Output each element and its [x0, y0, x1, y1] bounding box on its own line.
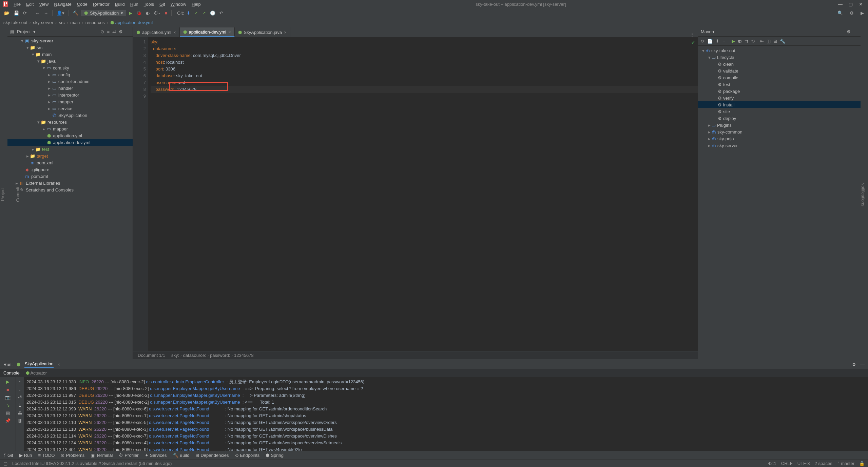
- gear-icon[interactable]: ⚙: [852, 362, 856, 367]
- stop-icon[interactable]: ■: [6, 387, 9, 392]
- tree-row[interactable]: ▸▭mapper: [7, 98, 133, 105]
- chevron-down-icon[interactable]: ▾: [33, 29, 36, 34]
- maven-tree-row[interactable]: ⚙clean: [698, 61, 861, 67]
- maximize-button[interactable]: ▢: [849, 2, 853, 7]
- menu-window[interactable]: Window: [168, 2, 189, 7]
- tree-row[interactable]: ⬢application.yml: [7, 132, 133, 139]
- tree-row[interactable]: ©SkyApplication: [7, 112, 133, 119]
- exit-icon[interactable]: ↘: [6, 403, 10, 408]
- bottom-tool-git[interactable]: ᚶGit: [3, 453, 13, 458]
- search-icon[interactable]: 🔍: [836, 10, 844, 16]
- run-app-name[interactable]: SkyApplication: [24, 361, 53, 368]
- print-icon[interactable]: 🖶: [18, 410, 22, 415]
- tree-row[interactable]: ▸📁test: [7, 146, 133, 153]
- run-icon[interactable]: ▶: [128, 10, 134, 16]
- debug-icon[interactable]: 🐞: [135, 10, 143, 16]
- close-icon[interactable]: ×: [228, 29, 231, 35]
- breadcrumb-item[interactable]: datasource:: [183, 353, 206, 358]
- stop-icon[interactable]: ■: [163, 10, 169, 16]
- settings-icon[interactable]: ⚙: [848, 10, 855, 16]
- menu-edit[interactable]: Edit: [23, 2, 36, 7]
- editor-tab[interactable]: ⬢SkyApplication.java×: [235, 27, 290, 37]
- maven-tree-row[interactable]: ▸▭Plugins: [698, 122, 861, 128]
- up-icon[interactable]: ↑: [19, 379, 21, 384]
- tree-row[interactable]: ⬢application-dev.yml: [7, 139, 133, 146]
- status-message[interactable]: Localized IntelliJ IDEA 2022.1.2 is avai…: [12, 461, 172, 466]
- select-opened-icon[interactable]: ⊙: [100, 29, 104, 34]
- graph-icon[interactable]: ⊞: [773, 39, 777, 44]
- tree-row[interactable]: ▸▭mapper: [7, 125, 133, 132]
- tree-row[interactable]: ▸⊪External Libraries: [7, 180, 133, 186]
- dump-icon[interactable]: 📷: [5, 395, 11, 400]
- close-icon[interactable]: ×: [284, 30, 287, 35]
- git-update-icon[interactable]: ⬇: [185, 10, 192, 16]
- show-icon[interactable]: ◫: [767, 39, 771, 44]
- indent-info[interactable]: 2 spaces: [815, 461, 832, 466]
- commit-tool-button[interactable]: Commit: [15, 187, 20, 202]
- code-editor[interactable]: ✔ sky: datasource: driver-class-name: co…: [148, 37, 698, 351]
- more-icon[interactable]: ⋮: [687, 32, 698, 37]
- menu-help[interactable]: Help: [189, 2, 204, 7]
- project-tree[interactable]: ▾▣sky-server▾📁src▾📁main▾📁java▾▭com.sky▸▭…: [7, 37, 133, 359]
- refresh-icon[interactable]: ⟳: [22, 10, 28, 16]
- download-icon[interactable]: ⬇: [715, 39, 719, 44]
- breadcrumb-item[interactable]: password:: [210, 353, 230, 358]
- m-icon[interactable]: m: [738, 39, 742, 44]
- editor-tab[interactable]: ⬢application-dev.yml×: [180, 27, 235, 37]
- menu-view[interactable]: View: [36, 2, 51, 7]
- close-icon[interactable]: ×: [58, 362, 60, 367]
- tree-row[interactable]: ▸▭interceptor: [7, 92, 133, 98]
- breadcrumb-item[interactable]: src: [59, 20, 64, 25]
- menu-file[interactable]: File: [11, 2, 23, 7]
- hide-icon[interactable]: —: [860, 362, 865, 367]
- bottom-tool-build[interactable]: 🔨Build: [173, 453, 190, 458]
- coverage-icon[interactable]: ◐: [144, 10, 151, 16]
- run-tab[interactable]: ⬢ Actuator: [26, 370, 47, 375]
- menu-navigate[interactable]: Navigate: [51, 2, 74, 7]
- minimize-button[interactable]: —: [838, 2, 843, 7]
- tree-row[interactable]: ▾📁java: [7, 58, 133, 64]
- bottom-tool-profiler[interactable]: ⏱Profiler: [119, 453, 138, 458]
- bottom-tool-spring[interactable]: ⬢Spring: [266, 453, 284, 458]
- tree-row[interactable]: ▸📁target: [7, 153, 133, 159]
- maven-tree-row[interactable]: ⚙compile: [698, 74, 861, 81]
- bottom-tool-dependencies[interactable]: ⊞Dependencies: [195, 453, 229, 458]
- maven-tree-row[interactable]: ⚙verify: [698, 95, 861, 101]
- tree-row[interactable]: ▾▣sky-server: [7, 37, 133, 44]
- maven-tree-row[interactable]: ⚙site: [698, 108, 861, 115]
- down-icon[interactable]: ↓: [19, 387, 21, 392]
- forward-icon[interactable]: →: [42, 10, 50, 16]
- maven-tree-row[interactable]: ▾▭Lifecycle: [698, 54, 861, 61]
- bottom-tool-run[interactable]: ▶Run: [19, 453, 32, 458]
- bottom-tool-problems[interactable]: ⊘Problems: [61, 453, 84, 458]
- tree-row[interactable]: ▸▭controller.admin: [7, 78, 133, 85]
- menu-code[interactable]: Code: [74, 2, 90, 7]
- tree-row[interactable]: mpom.xml: [7, 159, 133, 166]
- git-history-icon[interactable]: 🕐: [209, 10, 217, 16]
- profile-icon[interactable]: ⏱▾: [152, 10, 162, 16]
- editor-tab[interactable]: ⬢application.yml×: [133, 27, 180, 37]
- pin-icon[interactable]: 📌: [5, 418, 11, 423]
- console-output[interactable]: 2024-03-16 23:12:11.930 INFO 26220 --- […: [24, 377, 868, 451]
- gear-icon[interactable]: ⚙: [847, 29, 851, 34]
- bottom-tool-todo[interactable]: ≡TODO: [38, 453, 55, 458]
- hide-icon[interactable]: —: [126, 29, 130, 34]
- breadcrumb-item[interactable]: ⬢ application-dev.yml: [110, 20, 153, 25]
- generate-icon[interactable]: 📄: [707, 39, 713, 44]
- breadcrumb-item[interactable]: resources: [85, 20, 105, 25]
- wrench-icon[interactable]: 🔧: [780, 39, 785, 44]
- notifications-tool-button[interactable]: Notifications: [861, 182, 866, 206]
- lock-icon[interactable]: 🔒: [859, 461, 865, 466]
- maven-tree-row[interactable]: ⚙package: [698, 88, 861, 95]
- close-icon[interactable]: ×: [173, 30, 176, 35]
- maven-tree-row[interactable]: ⚙validate: [698, 67, 861, 74]
- menu-git[interactable]: Git: [157, 2, 168, 7]
- open-icon[interactable]: 📂: [3, 10, 11, 16]
- project-tool-button[interactable]: Project: [0, 187, 5, 201]
- tree-row[interactable]: ▾▭com.sky: [7, 64, 133, 71]
- maven-tree-row[interactable]: ⚙deploy: [698, 115, 861, 122]
- git-push-icon[interactable]: ↗: [201, 10, 207, 16]
- wrap-icon[interactable]: ⏎: [18, 395, 22, 400]
- git-rollback-icon[interactable]: ↶: [218, 10, 225, 16]
- maven-tree[interactable]: ▾m̂sky-take-out▾▭Lifecycle⚙clean⚙validat…: [698, 46, 861, 359]
